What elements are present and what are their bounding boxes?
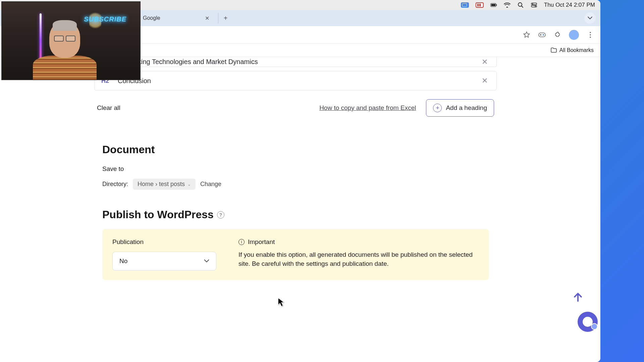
menubar-clock[interactable]: Thu Oct 24 2:07 PM	[544, 2, 595, 8]
svg-point-3	[518, 3, 522, 6]
all-bookmarks-button[interactable]: All Bookmarks	[551, 47, 594, 53]
app-indicator-icon[interactable]	[476, 2, 484, 8]
mouse-cursor	[278, 298, 285, 307]
svg-rect-5	[531, 3, 537, 5]
bookmark-star-icon[interactable]	[523, 31, 531, 39]
battery-icon[interactable]	[490, 2, 497, 8]
svg-rect-1	[491, 4, 495, 6]
webcam-overlay: SUBSCRIBE	[1, 1, 141, 80]
svg-point-13	[590, 34, 591, 36]
browser-tab-active[interactable]: Google ✕	[138, 11, 215, 25]
heading-text[interactable]: Conclusion	[118, 77, 471, 85]
screen-record-icon[interactable]	[461, 2, 469, 8]
svg-line-4	[522, 6, 523, 7]
publication-value: No	[119, 257, 127, 265]
important-header: i Important	[238, 238, 479, 246]
extensions-icon[interactable]	[553, 31, 561, 39]
control-center-icon[interactable]	[531, 2, 537, 8]
svg-point-6	[532, 3, 533, 4]
important-text: If you enable this option, all generated…	[238, 250, 479, 268]
spotlight-icon[interactable]	[517, 2, 524, 8]
change-directory-link[interactable]: Change	[200, 181, 221, 188]
publish-settings-box: Publication No i Important If you enable…	[102, 229, 489, 280]
svg-point-14	[590, 37, 591, 38]
svg-rect-7	[531, 5, 537, 7]
all-bookmarks-label: All Bookmarks	[559, 47, 594, 53]
new-tab-button[interactable]: +	[218, 13, 229, 23]
directory-selector[interactable]: Home › test posts ⌄	[133, 179, 196, 190]
save-to-label: Save to	[102, 165, 489, 173]
svg-rect-2	[496, 4, 497, 6]
presenter-silhouette	[30, 21, 100, 80]
directory-label: Directory:	[102, 181, 128, 188]
publication-label: Publication	[112, 238, 220, 246]
tab-search-button[interactable]	[584, 12, 596, 24]
publish-section-title: Publish to WordPress ?	[94, 208, 497, 221]
help-icon[interactable]: ?	[217, 211, 224, 219]
profile-avatar[interactable]	[569, 30, 579, 40]
svg-rect-9	[539, 33, 545, 37]
directory-path: Home › test posts	[138, 181, 185, 188]
svg-point-11	[543, 34, 544, 36]
kebab-menu-icon[interactable]	[586, 31, 594, 39]
chat-widget-button[interactable]	[578, 312, 598, 332]
document-section-title: Document	[94, 143, 497, 156]
clear-all-button[interactable]: Clear all	[97, 104, 120, 112]
important-label: Important	[248, 238, 275, 246]
add-heading-label: Add a heading	[446, 104, 487, 112]
heading-row[interactable]: H2 Conclusion ✕	[94, 71, 497, 90]
heading-row[interactable]: H3 Competing Technologies and Market Dyn…	[94, 57, 497, 67]
chevron-down-icon: ⌄	[187, 182, 191, 187]
page-content: H3 Competing Technologies and Market Dyn…	[0, 57, 600, 362]
extension-pill-icon[interactable]	[538, 31, 546, 39]
directory-row: Directory: Home › test posts ⌄ Change	[102, 179, 489, 190]
heading-text[interactable]: Competing Technologies and Market Dynami…	[118, 58, 471, 66]
close-icon[interactable]: ✕	[480, 76, 490, 86]
tab-title: Google	[143, 15, 160, 21]
publication-select[interactable]: No	[112, 252, 216, 270]
close-icon[interactable]: ✕	[205, 16, 209, 20]
svg-point-12	[590, 32, 591, 33]
svg-point-8	[535, 6, 536, 7]
plus-icon: +	[433, 104, 442, 112]
heading-actions-row: Clear all How to copy and paste from Exc…	[94, 95, 497, 123]
wifi-icon[interactable]	[504, 2, 511, 8]
close-icon[interactable]: ✕	[480, 57, 490, 67]
folder-icon	[551, 48, 557, 53]
chevron-down-icon	[204, 259, 209, 263]
svg-point-10	[540, 34, 541, 36]
excel-help-link[interactable]: How to copy and paste from Excel	[319, 104, 416, 112]
chat-icon-badge	[591, 323, 598, 330]
info-icon: i	[238, 239, 245, 245]
publish-title-text: Publish to WordPress	[102, 208, 214, 221]
menubar-right: Thu Oct 24 2:07 PM	[461, 2, 595, 8]
add-heading-button[interactable]: + Add a heading	[426, 99, 494, 117]
scroll-to-top-button[interactable]	[572, 292, 584, 303]
